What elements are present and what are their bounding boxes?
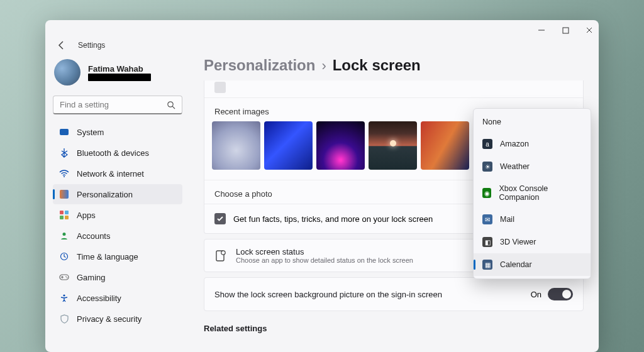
recent-image-thumb[interactable]	[316, 121, 365, 170]
accessibility-icon	[59, 293, 69, 303]
avatar	[54, 59, 80, 85]
window-minimize-button[interactable]	[537, 26, 546, 35]
globe-clock-icon	[59, 251, 69, 261]
profile-text: Fatima Wahab	[88, 64, 151, 81]
search-input[interactable]	[60, 100, 167, 109]
cube-icon: ◧	[482, 237, 492, 247]
personalize-header-clipped[interactable]: Personalize your lock screen	[204, 80, 583, 98]
nav-label: Accounts	[77, 231, 110, 241]
mail-icon: ✉	[482, 214, 492, 224]
nav-network[interactable]: Network & internet	[53, 163, 182, 184]
dropdown-item-none[interactable]: None	[474, 111, 591, 133]
header-row: Settings	[45, 40, 599, 54]
svg-rect-0	[563, 28, 569, 33]
status-subtitle: Choose an app to show detailed status on…	[236, 256, 413, 264]
dropdown-item-label: Xbox Console Companion	[499, 184, 582, 202]
dropdown-item-label: Mail	[500, 215, 514, 224]
nav-label: Gaming	[77, 273, 106, 282]
svg-point-8	[63, 294, 65, 296]
chevron-right-icon: ›	[321, 58, 326, 74]
svg-point-6	[65, 276, 67, 277]
signin-picture-card: Show the lock screen background picture …	[204, 277, 584, 311]
dropdown-item-amazon[interactable]: a Amazon	[474, 133, 591, 155]
profile-name: Fatima Wahab	[88, 64, 151, 74]
signin-picture-toggle-group: On	[531, 288, 573, 300]
nav-label: Network & internet	[77, 169, 144, 179]
back-button[interactable]	[57, 40, 67, 50]
shield-icon	[59, 314, 69, 324]
nav-label: Accessibility	[77, 294, 121, 303]
sidebar: Fatima Wahab System	[45, 54, 189, 352]
signin-picture-toggle[interactable]	[548, 288, 573, 300]
svg-point-1	[168, 101, 173, 106]
gamepad-icon	[59, 272, 69, 282]
dropdown-item-mail[interactable]: ✉ Mail	[474, 208, 591, 231]
profile-email-masked	[88, 74, 151, 81]
recent-image-thumb[interactable]	[212, 121, 260, 170]
nav-label: System	[77, 128, 104, 137]
wifi-icon	[59, 168, 69, 179]
nav-time-language[interactable]: Time & language	[53, 246, 182, 267]
recent-image-thumb[interactable]	[421, 121, 469, 170]
nav-label: Personalization	[77, 190, 133, 199]
dropdown-item-label: 3D Viewer	[500, 238, 536, 246]
nav-label: Privacy & security	[77, 314, 142, 324]
dropdown-item-xbox[interactable]: ◉ Xbox Console Companion	[474, 178, 591, 208]
toggle-state-label: On	[531, 290, 541, 299]
nav-privacy[interactable]: Privacy & security	[53, 309, 182, 329]
settings-window: Settings Fatima Wahab System	[45, 20, 599, 352]
nav-label: Apps	[77, 211, 96, 220]
apps-icon	[59, 210, 69, 220]
window-close-button[interactable]	[585, 26, 594, 35]
window-titlebar	[45, 20, 599, 40]
breadcrumb-current: Lock screen	[333, 57, 421, 74]
xbox-icon: ◉	[482, 188, 491, 198]
dropdown-item-weather[interactable]: ☀ Weather	[474, 155, 591, 178]
person-icon	[59, 231, 69, 241]
svg-point-3	[63, 233, 66, 236]
nav-accounts[interactable]: Accounts	[53, 226, 182, 246]
nav-accessibility[interactable]: Accessibility	[53, 288, 182, 308]
nav-personalization[interactable]: Personalization	[53, 184, 182, 204]
nav-gaming[interactable]: Gaming	[53, 267, 182, 287]
window-maximize-button[interactable]	[561, 26, 570, 35]
breadcrumb: Personalization › Lock screen	[189, 54, 599, 80]
display-icon	[59, 127, 69, 137]
related-settings-heading: Related settings	[204, 316, 584, 333]
app-title: Settings	[78, 41, 105, 50]
dropdown-item-calendar[interactable]: ▦ Calendar	[474, 253, 591, 276]
dropdown-item-3dviewer[interactable]: ◧ 3D Viewer	[474, 231, 591, 253]
search-box[interactable]	[53, 96, 182, 114]
dropdown-item-label: Amazon	[500, 140, 529, 148]
bluetooth-icon	[59, 148, 69, 158]
nav-list: System Bluetooth & devices Network & int…	[53, 122, 182, 329]
recent-image-thumb[interactable]	[369, 121, 417, 170]
signin-picture-label: Show the lock screen background picture …	[214, 290, 442, 299]
calendar-icon: ▦	[482, 260, 492, 270]
nav-bluetooth[interactable]: Bluetooth & devices	[53, 143, 182, 163]
fun-facts-checkbox[interactable]	[214, 213, 226, 224]
svg-point-7	[67, 277, 68, 278]
window-body: Fatima Wahab System	[45, 54, 599, 352]
breadcrumb-parent[interactable]: Personalization	[204, 57, 315, 74]
search-icon	[167, 101, 175, 109]
recent-image-thumb[interactable]	[264, 121, 313, 170]
dropdown-item-label: Weather	[500, 162, 530, 171]
nav-label: Time & language	[77, 252, 138, 261]
amazon-icon: a	[482, 139, 492, 149]
dropdown-item-label: Calendar	[500, 260, 532, 269]
status-app-icon	[214, 250, 227, 262]
dropdown-item-label: None	[482, 118, 501, 126]
status-title: Lock screen status	[236, 247, 413, 256]
profile-block[interactable]: Fatima Wahab	[53, 58, 182, 92]
nav-label: Bluetooth & devices	[77, 148, 149, 158]
picture-icon	[214, 82, 226, 93]
status-app-dropdown[interactable]: None a Amazon ☀ Weather ◉ Xbox Console C…	[473, 108, 591, 279]
nav-apps[interactable]: Apps	[53, 205, 182, 225]
svg-point-10	[221, 250, 225, 254]
brush-icon	[59, 189, 69, 199]
fun-facts-label: Get fun facts, tips, tricks, and more on…	[233, 214, 433, 224]
nav-system[interactable]: System	[53, 122, 182, 142]
weather-icon: ☀	[482, 162, 492, 172]
svg-point-2	[64, 176, 65, 177]
